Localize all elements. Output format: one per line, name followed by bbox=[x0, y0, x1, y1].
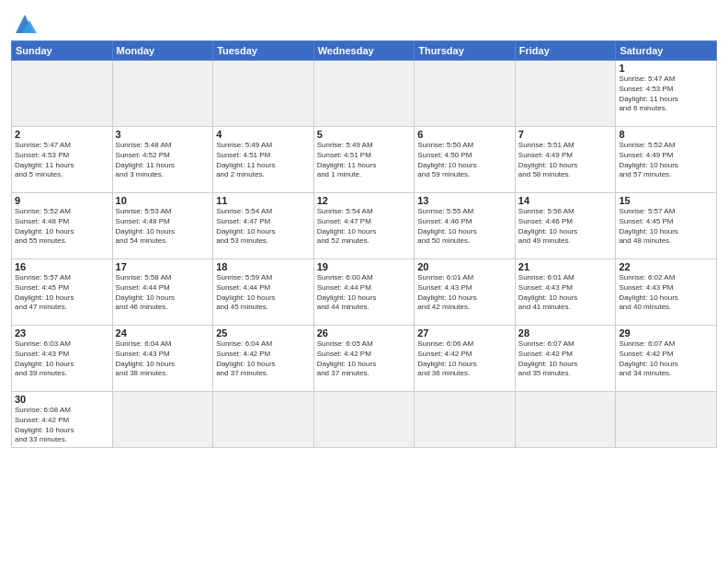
day-info: Sunrise: 5:49 AM Sunset: 4:51 PM Dayligh… bbox=[317, 141, 412, 180]
calendar-cell: 23Sunrise: 6:03 AM Sunset: 4:43 PM Dayli… bbox=[12, 326, 113, 392]
day-number: 20 bbox=[417, 261, 512, 272]
page: SundayMondayTuesdayWednesdayThursdayFrid… bbox=[0, 0, 728, 563]
calendar-cell: 3Sunrise: 5:48 AM Sunset: 4:52 PM Daylig… bbox=[112, 127, 213, 193]
calendar-cell: 26Sunrise: 6:05 AM Sunset: 4:42 PM Dayli… bbox=[313, 326, 415, 392]
week-row-3: 9Sunrise: 5:52 AM Sunset: 4:48 PM Daylig… bbox=[12, 193, 717, 259]
day-number: 23 bbox=[15, 327, 109, 339]
calendar-cell: 15Sunrise: 5:57 AM Sunset: 4:45 PM Dayli… bbox=[616, 193, 717, 259]
day-number: 9 bbox=[15, 195, 109, 206]
calendar-cell bbox=[12, 61, 113, 127]
calendar-cell: 4Sunrise: 5:49 AM Sunset: 4:51 PM Daylig… bbox=[213, 127, 314, 193]
weekday-sunday: Sunday bbox=[12, 41, 113, 61]
day-info: Sunrise: 5:47 AM Sunset: 4:53 PM Dayligh… bbox=[15, 141, 109, 180]
day-info: Sunrise: 6:08 AM Sunset: 4:42 PM Dayligh… bbox=[15, 406, 109, 445]
day-number: 18 bbox=[216, 261, 311, 272]
day-number: 5 bbox=[317, 129, 412, 140]
day-number: 2 bbox=[15, 129, 109, 140]
calendar-cell bbox=[515, 61, 616, 127]
day-info: Sunrise: 6:05 AM Sunset: 4:42 PM Dayligh… bbox=[317, 339, 412, 379]
calendar-cell bbox=[112, 392, 213, 448]
day-number: 15 bbox=[619, 195, 713, 206]
day-info: Sunrise: 6:04 AM Sunset: 4:43 PM Dayligh… bbox=[116, 339, 210, 379]
day-number: 21 bbox=[518, 261, 613, 272]
day-number: 27 bbox=[417, 327, 512, 339]
calendar-cell: 24Sunrise: 6:04 AM Sunset: 4:43 PM Dayli… bbox=[112, 326, 213, 392]
calendar-cell: 2Sunrise: 5:47 AM Sunset: 4:53 PM Daylig… bbox=[12, 127, 113, 193]
calendar-cell: 14Sunrise: 5:56 AM Sunset: 4:46 PM Dayli… bbox=[515, 193, 616, 259]
calendar-cell: 21Sunrise: 6:01 AM Sunset: 4:43 PM Dayli… bbox=[515, 259, 616, 326]
day-info: Sunrise: 5:50 AM Sunset: 4:50 PM Dayligh… bbox=[417, 141, 512, 180]
day-info: Sunrise: 6:00 AM Sunset: 4:44 PM Dayligh… bbox=[317, 273, 412, 313]
day-number: 12 bbox=[317, 195, 412, 206]
day-info: Sunrise: 5:54 AM Sunset: 4:47 PM Dayligh… bbox=[216, 207, 311, 247]
calendar-cell: 12Sunrise: 5:54 AM Sunset: 4:47 PM Dayli… bbox=[313, 193, 415, 259]
day-info: Sunrise: 5:48 AM Sunset: 4:52 PM Dayligh… bbox=[116, 141, 210, 180]
day-info: Sunrise: 5:52 AM Sunset: 4:48 PM Dayligh… bbox=[15, 207, 109, 247]
logo-icon bbox=[11, 13, 39, 37]
day-number: 26 bbox=[317, 327, 412, 339]
calendar-cell: 20Sunrise: 6:01 AM Sunset: 4:43 PM Dayli… bbox=[415, 259, 516, 326]
day-info: Sunrise: 6:04 AM Sunset: 4:42 PM Dayligh… bbox=[216, 339, 311, 379]
calendar-cell: 25Sunrise: 6:04 AM Sunset: 4:42 PM Dayli… bbox=[213, 326, 314, 392]
day-number: 29 bbox=[619, 327, 713, 339]
week-row-2: 2Sunrise: 5:47 AM Sunset: 4:53 PM Daylig… bbox=[12, 127, 717, 193]
calendar-cell: 1Sunrise: 5:47 AM Sunset: 4:53 PM Daylig… bbox=[616, 61, 717, 127]
calendar-cell: 16Sunrise: 5:57 AM Sunset: 4:45 PM Dayli… bbox=[12, 259, 113, 326]
weekday-friday: Friday bbox=[515, 41, 616, 61]
day-info: Sunrise: 5:54 AM Sunset: 4:47 PM Dayligh… bbox=[317, 207, 412, 247]
day-number: 19 bbox=[317, 261, 412, 272]
weekday-monday: Monday bbox=[112, 41, 213, 61]
day-info: Sunrise: 6:07 AM Sunset: 4:42 PM Dayligh… bbox=[518, 339, 613, 379]
weekday-thursday: Thursday bbox=[415, 41, 516, 61]
day-number: 13 bbox=[417, 195, 512, 206]
day-info: Sunrise: 6:01 AM Sunset: 4:43 PM Dayligh… bbox=[417, 273, 512, 313]
calendar-cell: 28Sunrise: 6:07 AM Sunset: 4:42 PM Dayli… bbox=[515, 326, 616, 392]
day-info: Sunrise: 6:02 AM Sunset: 4:43 PM Dayligh… bbox=[619, 273, 713, 313]
calendar-cell: 29Sunrise: 6:07 AM Sunset: 4:42 PM Dayli… bbox=[616, 326, 717, 392]
calendar-cell bbox=[112, 61, 213, 127]
calendar-cell bbox=[213, 392, 314, 448]
calendar-cell bbox=[515, 392, 616, 448]
day-info: Sunrise: 5:59 AM Sunset: 4:44 PM Dayligh… bbox=[216, 273, 311, 313]
calendar-cell bbox=[313, 392, 415, 448]
day-number: 17 bbox=[116, 261, 210, 272]
calendar-cell: 22Sunrise: 6:02 AM Sunset: 4:43 PM Dayli… bbox=[616, 259, 717, 326]
calendar-cell: 17Sunrise: 5:58 AM Sunset: 4:44 PM Dayli… bbox=[112, 259, 213, 326]
calendar-cell bbox=[313, 61, 415, 127]
day-info: Sunrise: 6:06 AM Sunset: 4:42 PM Dayligh… bbox=[417, 339, 512, 379]
calendar-cell: 10Sunrise: 5:53 AM Sunset: 4:48 PM Dayli… bbox=[112, 193, 213, 259]
day-number: 16 bbox=[15, 261, 109, 272]
week-row-5: 23Sunrise: 6:03 AM Sunset: 4:43 PM Dayli… bbox=[12, 326, 717, 392]
day-number: 22 bbox=[619, 261, 713, 272]
day-info: Sunrise: 5:53 AM Sunset: 4:48 PM Dayligh… bbox=[116, 207, 210, 247]
day-info: Sunrise: 5:49 AM Sunset: 4:51 PM Dayligh… bbox=[216, 141, 311, 180]
calendar-cell: 19Sunrise: 6:00 AM Sunset: 4:44 PM Dayli… bbox=[313, 259, 415, 326]
day-number: 11 bbox=[216, 195, 311, 206]
week-row-1: 1Sunrise: 5:47 AM Sunset: 4:53 PM Daylig… bbox=[12, 61, 717, 127]
day-info: Sunrise: 5:58 AM Sunset: 4:44 PM Dayligh… bbox=[116, 273, 210, 313]
calendar-cell: 13Sunrise: 5:55 AM Sunset: 4:46 PM Dayli… bbox=[415, 193, 516, 259]
calendar-table: SundayMondayTuesdayWednesdayThursdayFrid… bbox=[11, 40, 717, 448]
day-info: Sunrise: 6:03 AM Sunset: 4:43 PM Dayligh… bbox=[15, 339, 109, 379]
day-number: 4 bbox=[216, 129, 311, 140]
calendar-cell bbox=[415, 392, 516, 448]
day-info: Sunrise: 5:51 AM Sunset: 4:49 PM Dayligh… bbox=[518, 141, 613, 180]
day-number: 1 bbox=[619, 63, 713, 74]
week-row-4: 16Sunrise: 5:57 AM Sunset: 4:45 PM Dayli… bbox=[12, 259, 717, 326]
day-info: Sunrise: 5:52 AM Sunset: 4:49 PM Dayligh… bbox=[619, 141, 713, 180]
weekday-wednesday: Wednesday bbox=[313, 41, 415, 61]
calendar-cell: 8Sunrise: 5:52 AM Sunset: 4:49 PM Daylig… bbox=[616, 127, 717, 193]
weekday-saturday: Saturday bbox=[616, 41, 717, 61]
day-number: 8 bbox=[619, 129, 713, 140]
week-row-6: 30Sunrise: 6:08 AM Sunset: 4:42 PM Dayli… bbox=[12, 392, 717, 448]
calendar-cell: 11Sunrise: 5:54 AM Sunset: 4:47 PM Dayli… bbox=[213, 193, 314, 259]
day-number: 14 bbox=[518, 195, 613, 206]
calendar-cell bbox=[616, 392, 717, 448]
day-info: Sunrise: 5:57 AM Sunset: 4:45 PM Dayligh… bbox=[619, 207, 713, 247]
calendar-cell: 7Sunrise: 5:51 AM Sunset: 4:49 PM Daylig… bbox=[515, 127, 616, 193]
day-number: 7 bbox=[518, 129, 613, 140]
calendar-cell bbox=[415, 61, 516, 127]
calendar-cell: 18Sunrise: 5:59 AM Sunset: 4:44 PM Dayli… bbox=[213, 259, 314, 326]
day-info: Sunrise: 5:56 AM Sunset: 4:46 PM Dayligh… bbox=[518, 207, 613, 247]
calendar-cell: 30Sunrise: 6:08 AM Sunset: 4:42 PM Dayli… bbox=[12, 392, 113, 448]
